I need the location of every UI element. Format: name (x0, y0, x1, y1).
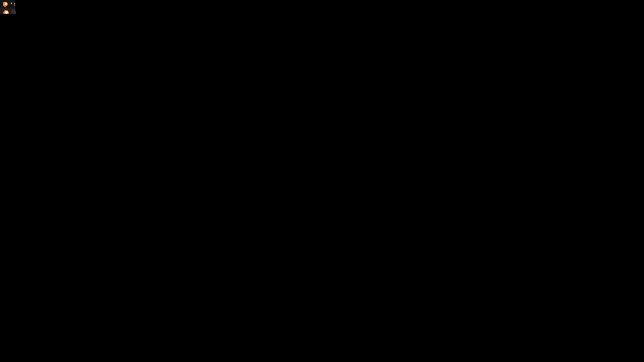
blender-app-icon (3, 2, 8, 7)
title-bar: * para choque frontal quase [D:\3d's Cam… (0, 0, 15, 8)
top-bar: FileEditRenderWindowHelp LayoutModelingS… (0, 8, 15, 14)
main-menus: FileEditRenderWindowHelp (11, 9, 15, 14)
blender-window: * para choque frontal quase [D:\3d's Cam… (0, 0, 15, 14)
blender-menu-icon[interactable] (3, 10, 9, 14)
menu-file[interactable]: File (11, 9, 15, 14)
window-title: * para choque frontal quase [D:\3d's Cam… (10, 2, 15, 6)
